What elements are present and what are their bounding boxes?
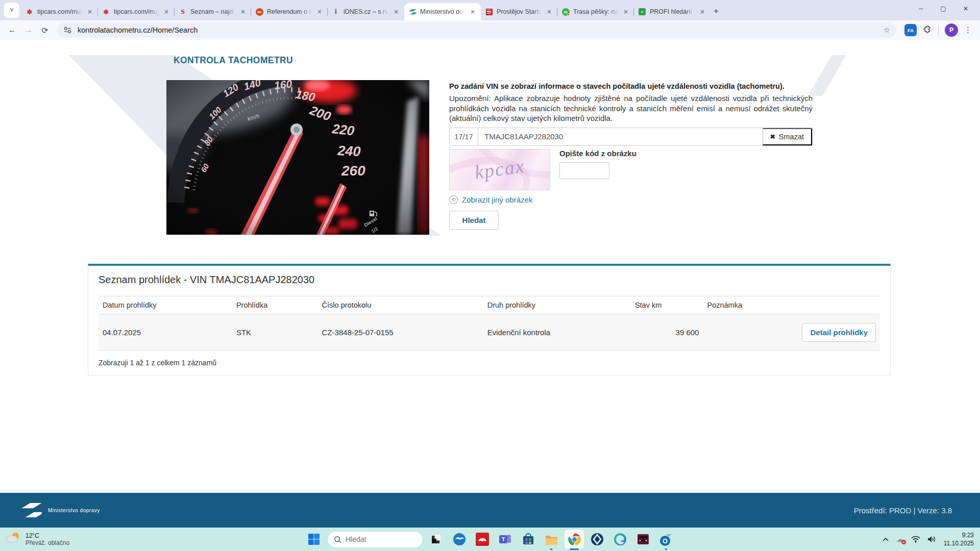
browser-tab[interactable]: Prostějov Startovní li✕	[481, 3, 557, 20]
tab-close-icon[interactable]: ✕	[392, 8, 400, 16]
detail-prohlidky-button[interactable]: Detail prohlídky	[802, 323, 876, 342]
column-header: Datum prohlídky	[99, 296, 232, 314]
column-header: Stav km	[631, 296, 703, 314]
chrome-icon[interactable]	[565, 530, 584, 549]
column-header: Prohlídka	[232, 296, 318, 314]
tab-close-icon[interactable]: ✕	[622, 8, 630, 16]
page-content: KONTROLA TACHOMETRU 60801001201401601802…	[0, 40, 980, 493]
taskbar-search[interactable]	[327, 531, 423, 548]
search-icon	[334, 536, 341, 543]
microsoft-store-icon[interactable]	[519, 530, 538, 549]
speedometer-image: 6080100120140160180200220240260 km/h Die…	[166, 80, 429, 235]
clear-x-icon: ✖	[770, 133, 775, 140]
tipcars-app-icon[interactable]	[473, 530, 492, 549]
column-header: Druh prohlídky	[483, 296, 631, 314]
weather-temp: 12°C	[26, 532, 69, 539]
results-panel: Seznam prohlídek - VIN TMAJC81AAPJ282030…	[88, 264, 891, 375]
vin-char-counter: 17/17	[450, 128, 478, 145]
forward-button[interactable]: →	[21, 23, 36, 37]
url-text: kontrolatachometru.cz/Home/Search	[78, 26, 198, 34]
tab-title: Seznam – najdu tam,	[190, 8, 235, 15]
edge-icon[interactable]	[610, 530, 630, 549]
vin-input-group: 17/17 ✖Smazat	[449, 128, 813, 146]
browser-tab[interactable]: mTrasa pěšky: nám. T. G✕	[557, 3, 634, 20]
browser-tab[interactable]: ≈PROFI hledání✕	[634, 3, 710, 20]
vin-input[interactable]	[478, 128, 763, 145]
tipcars-favicon: ✱	[26, 8, 34, 16]
table-cell: 04.07.2025	[99, 314, 232, 351]
results-table: Datum prohlídkyProhlídkaČíslo protokoluD…	[99, 296, 880, 351]
tab-title: Referendum o EU a N	[267, 8, 312, 15]
task-host-icon[interactable]	[427, 530, 446, 549]
tab-close-icon[interactable]: ✕	[545, 8, 553, 16]
browser-menu-icon[interactable]: ⋮	[964, 26, 972, 35]
site-info-icon[interactable]	[63, 27, 72, 34]
volume-icon[interactable]	[927, 536, 937, 543]
browser-tab[interactable]: iiDNES.cz – s námi vít✕	[328, 3, 404, 20]
new-tab-button[interactable]: +	[714, 6, 719, 16]
close-button[interactable]: ✕	[954, 0, 977, 17]
tab-title: iDNES.cz – s námi vít	[344, 8, 388, 15]
search-button[interactable]: Hledat	[449, 211, 499, 230]
ministry-logo-icon	[20, 503, 42, 518]
tab-close-icon[interactable]: ✕	[315, 8, 324, 16]
profile-avatar[interactable]: P	[945, 23, 958, 37]
captcha-input[interactable]	[559, 162, 609, 179]
clock-time: 9:23	[944, 531, 974, 539]
table-cell: Evidenční kontrola	[483, 314, 631, 351]
browser-tab[interactable]: SSeznam – najdu tam,✕	[175, 3, 251, 20]
tab-close-icon[interactable]: ✕	[86, 8, 94, 16]
mapy-favicon: m	[562, 8, 570, 16]
taskbar-search-input[interactable]	[346, 535, 407, 543]
tab-close-icon[interactable]: ✕	[239, 8, 247, 16]
outlook-icon[interactable]: O	[656, 530, 676, 549]
browser-tab[interactable]: ✱tipcars.com/muj-tipc✕	[21, 3, 98, 20]
stk-app-icon[interactable]	[587, 530, 607, 549]
intro-bold-text: Po zadání VIN se zobrazí informace o sta…	[449, 82, 813, 91]
svg-text:T: T	[502, 536, 505, 542]
column-header: Poznámka	[703, 296, 798, 314]
clear-vin-button[interactable]: ✖Smazat	[763, 128, 812, 145]
bookmark-star-icon[interactable]: ☆	[884, 26, 890, 35]
minimize-button[interactable]: ─	[910, 0, 932, 17]
diagonal-decoration-right	[808, 55, 846, 96]
back-button[interactable]: ←	[5, 23, 19, 37]
wifi-icon[interactable]	[911, 536, 920, 543]
extensions-puzzle-icon[interactable]	[923, 26, 932, 35]
address-bar[interactable]: kontrolatachometru.cz/Home/Search ☆	[57, 22, 896, 38]
onedrive-error-badge: ✕	[901, 540, 906, 544]
refresh-captcha-icon[interactable]: ⟲	[449, 195, 458, 204]
retro-car-app-icon[interactable]	[633, 530, 653, 549]
table-cell: 39 600	[631, 314, 703, 351]
weather-widget[interactable]: 12°C Převáž. oblačno	[6, 532, 69, 546]
teams-icon[interactable]: T	[496, 530, 515, 549]
page-footer: Ministerstvo dopravy Prostředí: PROD | V…	[0, 493, 980, 528]
openoffice-icon[interactable]	[450, 530, 469, 549]
table-cell	[703, 314, 798, 351]
tab-close-icon[interactable]: ✕	[469, 8, 477, 16]
captcha-label: Opište kód z obrázku	[559, 149, 636, 158]
refresh-captcha-link[interactable]: Zobrazit jiný obrázek	[462, 195, 532, 204]
onedrive-icon[interactable]: ☁✕	[896, 535, 904, 544]
weather-condition: Převáž. oblačno	[26, 539, 69, 546]
linkedin-favicon: in	[256, 8, 263, 16]
column-header: Číslo protokolu	[318, 296, 483, 314]
results-title: Seznam prohlídek - VIN TMAJC81AAPJ282030	[88, 266, 890, 293]
reload-button[interactable]: ⟳	[38, 23, 52, 37]
page-title: KONTROLA TACHOMETRU	[174, 55, 293, 66]
tab-search-button[interactable]: ˅	[4, 3, 19, 18]
start-button[interactable]	[304, 530, 324, 549]
tab-title: Trasa pěšky: nám. T. G	[573, 8, 618, 15]
tray-chevron-icon[interactable]	[882, 537, 889, 542]
file-explorer-icon[interactable]	[542, 530, 561, 549]
tab-close-icon[interactable]: ✕	[698, 8, 706, 16]
fa-extension-icon[interactable]: FA	[904, 24, 917, 36]
browser-tab[interactable]: Ministerstvo dopravy✕	[404, 3, 481, 20]
table-row: 04.07.2025STKCZ-3848-25-07-0155Evidenční…	[99, 314, 880, 351]
browser-tab[interactable]: inReferendum o EU a N✕	[251, 3, 328, 20]
browser-toolbar: ← → ⟳ kontrolatachometru.cz/Home/Search …	[0, 20, 980, 40]
tab-close-icon[interactable]: ✕	[162, 8, 170, 16]
taskbar-clock[interactable]: 9:23 11.10.2025	[944, 531, 974, 547]
maximize-button[interactable]: ▢	[932, 0, 954, 17]
browser-tab[interactable]: ✱tipcars.com/muj-tipc✕	[98, 3, 175, 20]
